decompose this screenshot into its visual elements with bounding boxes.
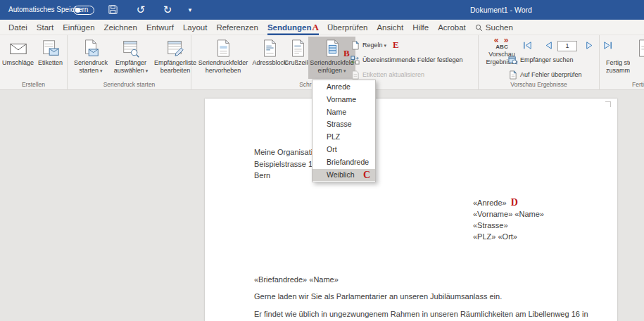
- match-fields-icon: [351, 56, 360, 65]
- ribbon-group-fertig: Fertig stellen und zusammenführen Fertig…: [600, 35, 644, 90]
- greeting-line-icon: [288, 39, 308, 58]
- ribbon-tab[interactable]: Überprüfen: [327, 20, 369, 35]
- ribbon-group-seriendruck-starten: Seriendruck starten Empfänger auswählen …: [68, 35, 191, 90]
- ribbon-group-erstellen: Umschläge Etiketten Erstellen: [0, 35, 68, 90]
- dropdown-menu-item[interactable]: Strasse: [312, 118, 375, 131]
- etiketten-button[interactable]: Etiketten: [34, 37, 66, 79]
- merge-field-line: «Anrede»D: [473, 197, 548, 208]
- previous-record-button[interactable]: [543, 40, 554, 51]
- address-block-icon: [260, 39, 279, 58]
- document-page[interactable]: [205, 99, 617, 321]
- record-number-input[interactable]: 1: [557, 41, 577, 51]
- group-label-vorschau: Vorschau Ergebnisse: [479, 81, 599, 88]
- ribbon-tab-bar: Datei Start Einfügen Zeichnen Entwurf La…: [0, 20, 644, 35]
- ribbon-tab[interactable]: Hilfe: [412, 20, 429, 35]
- envelope-icon: [8, 39, 28, 58]
- group-label-seriendruck: Seriendruck starten: [68, 81, 191, 88]
- dropdown-menu-item[interactable]: Vorname: [312, 94, 375, 106]
- fertig-stellen-button[interactable]: Fertig stellen und zusammenführen: [602, 37, 644, 79]
- titlebar: Automatisches Speichern ↺ ↻ ▾ Dokument1 …: [0, 0, 644, 20]
- dropdown-menu-item[interactable]: Briefandrede: [312, 156, 375, 169]
- annotation-letter-b: B: [343, 48, 350, 59]
- ribbon-tab[interactable]: Einfügen: [63, 20, 95, 35]
- find-recipient-icon: [508, 56, 517, 65]
- annotation-letter-e: E: [393, 39, 399, 51]
- annotation-letter-a: A: [312, 22, 319, 32]
- dropdown-menu-item[interactable]: PLZ: [312, 131, 375, 144]
- merge-field-line: «Strasse»: [473, 220, 548, 231]
- ribbon-tab[interactable]: SendungenA: [267, 20, 319, 35]
- group-label-erstellen: Erstellen: [0, 81, 67, 88]
- dropdown-menu-item[interactable]: Ort: [312, 144, 375, 156]
- regeln-button[interactable]: Regeln E: [351, 39, 399, 51]
- annotation-letter-c: C: [363, 169, 370, 181]
- ribbon-tab[interactable]: Referenzen: [216, 20, 258, 35]
- next-record-button[interactable]: [584, 40, 595, 51]
- seriendruckfeld-einfuegen-button[interactable]: Seriendruckfeld einfügen B: [308, 37, 355, 79]
- merge-field-dropdown-menu: Anrede Vorname Name Strasse PLZ Ort Brie…: [312, 80, 376, 182]
- toggle-knob: [75, 8, 80, 13]
- merge-field-block: «Anrede»D«Vorname» «Name»«Strasse»«PLZ» …: [473, 197, 548, 242]
- merge-field-line: «PLZ» «Ort»: [473, 231, 548, 242]
- labels-icon: [41, 39, 61, 58]
- dropdown-menu-item[interactable]: Name: [312, 106, 375, 119]
- salutation-line: «Briefandrede» «Name»: [254, 274, 339, 286]
- search-icon: [475, 24, 483, 32]
- ribbon-tab[interactable]: Suchen: [475, 20, 514, 35]
- ribbon-tab[interactable]: Datei: [8, 20, 28, 35]
- ribbon-tab[interactable]: Zeichnen: [104, 20, 138, 35]
- finish-merge-icon: [635, 39, 644, 58]
- ribbon-tab[interactable]: Start: [37, 20, 54, 35]
- update-labels-icon: [351, 70, 360, 80]
- save-icon[interactable]: [106, 3, 120, 17]
- auf-fehler-ueberpruefen-button[interactable]: Auf Fehler überprüfen: [508, 68, 582, 81]
- insert-merge-field-icon: [322, 39, 342, 58]
- redo-icon[interactable]: ↻: [160, 3, 175, 17]
- autosave-toggle[interactable]: [73, 6, 94, 15]
- dropdown-menu-item[interactable]: WeiblichC: [312, 169, 375, 182]
- ribbon-tab[interactable]: Acrobat: [438, 20, 467, 35]
- mail-merge-start-icon: [81, 39, 101, 58]
- seriendruck-starten-button[interactable]: Seriendruck starten: [72, 37, 110, 79]
- document-title: Dokument1 - Word: [470, 6, 532, 14]
- umschlaege-button[interactable]: Umschläge: [2, 37, 34, 79]
- merge-field-line: «Vorname» «Name»: [473, 208, 548, 220]
- page-margin-mark: [605, 101, 611, 107]
- select-recipients-icon: [121, 39, 141, 58]
- word-window: Automatisches Speichern ↺ ↻ ▾ Dokument1 …: [0, 0, 644, 321]
- preview-results-icon: « » ABC: [481, 37, 522, 51]
- empfaenger-auswaehlen-button[interactable]: Empfänger auswählen: [111, 37, 151, 79]
- ribbon-tab[interactable]: Layout: [183, 20, 208, 35]
- ribbon-tab[interactable]: Entwurf: [146, 20, 175, 35]
- seriendruckfelder-hervorheben-button[interactable]: Seriendruckfelder hervorheben: [196, 37, 251, 79]
- dropdown-menu-item[interactable]: Anrede: [312, 81, 375, 94]
- edit-recipient-list-icon: [165, 39, 185, 58]
- rules-icon: [351, 41, 360, 50]
- highlight-merge-fields-icon: [213, 39, 233, 58]
- empfaenger-suchen-button[interactable]: Empfänger suchen: [508, 54, 574, 66]
- annotation-letter-d: D: [511, 197, 518, 208]
- ribbon-group-vorschau: « » ABC Vorschau Ergebnisse 1 Empfänger …: [479, 35, 600, 90]
- group-label-fertig: Fertig stellen: [632, 81, 644, 88]
- uebereinstimmende-felder-button[interactable]: Übereinstimmende Felder festlegen: [351, 54, 463, 66]
- qat-customize-icon[interactable]: ▾: [183, 3, 197, 17]
- check-errors-icon: [508, 70, 517, 80]
- body-line: Gerne laden wir Sie als Parlamentarier a…: [254, 291, 502, 303]
- undo-icon[interactable]: ↺: [134, 3, 148, 17]
- ribbon-tab[interactable]: Ansicht: [377, 20, 404, 35]
- first-record-button[interactable]: [522, 40, 533, 51]
